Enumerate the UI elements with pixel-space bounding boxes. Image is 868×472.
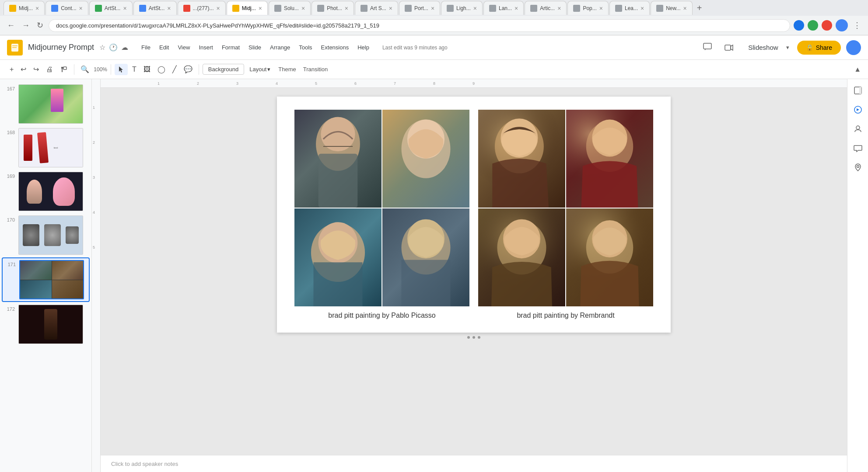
tab-close-8[interactable]: × (345, 5, 348, 12)
tab-close-5[interactable]: × (217, 5, 220, 12)
tab-4[interactable]: ArtSt... × (133, 1, 177, 15)
menu-edit[interactable]: Edit (155, 42, 173, 53)
forward-button[interactable]: → (20, 19, 32, 32)
tab-2[interactable]: Cont... × (46, 1, 88, 15)
url-input[interactable] (49, 19, 790, 32)
zoom-out-button[interactable]: 🔍 (78, 63, 92, 75)
select-tool[interactable] (115, 64, 128, 75)
line-tool[interactable]: ╱ (170, 63, 179, 75)
text-tool[interactable]: T (130, 64, 139, 75)
cloud-icon[interactable]: ☁ (121, 43, 128, 52)
user-avatar[interactable] (846, 40, 861, 55)
tab-close-9[interactable]: × (389, 5, 392, 12)
menu-help[interactable]: Help (353, 42, 374, 53)
menu-extensions[interactable]: Extensions (317, 42, 354, 53)
horizontal-ruler: 1 2 3 4 5 6 7 8 9 (101, 79, 847, 88)
tab-close-11[interactable]: × (473, 5, 477, 12)
tab-5[interactable]: ...(277)... × (178, 1, 226, 15)
image-tool[interactable]: 🖼 (141, 64, 153, 75)
formatting-button[interactable] (850, 102, 866, 118)
tab-1[interactable]: Midj... × (4, 1, 45, 15)
tab-16[interactable]: New... × (651, 1, 693, 15)
history-icon[interactable]: 🕐 (109, 43, 118, 52)
undo-button[interactable]: ↩ (18, 63, 29, 75)
star-icon[interactable]: ☆ (99, 43, 105, 52)
tab-close-4[interactable]: × (167, 5, 171, 12)
tab-close-14[interactable]: × (599, 5, 603, 12)
address-bar: ← → ↻ ⋮ (0, 16, 868, 35)
rembrandt-caption[interactable]: brad pitt painting by Rembrandt (517, 312, 614, 319)
people-button[interactable] (850, 121, 866, 137)
extension-icon-1[interactable] (794, 20, 804, 31)
speaker-notes[interactable]: Click to add speaker notes (101, 455, 847, 472)
add-button[interactable]: + (7, 64, 16, 75)
tab-3[interactable]: ArtSt... × (89, 1, 133, 15)
side-panel-button[interactable] (850, 83, 866, 98)
rembrandt-image-block[interactable]: brad pitt painting by Rembrandt (478, 110, 653, 319)
tab-8[interactable]: Phot... × (312, 1, 354, 15)
menu-insert[interactable]: Insert (194, 42, 217, 53)
extension-icon-2[interactable] (808, 20, 818, 31)
slideshow-dropdown-button[interactable]: ▾ (784, 41, 792, 54)
print-button[interactable]: 🖨 (43, 64, 56, 75)
slide-thumb-171[interactable]: 171 (2, 257, 90, 302)
tab-11[interactable]: Ligh... × (441, 1, 483, 15)
tab-12[interactable]: Lan... × (483, 1, 524, 15)
new-tab-button[interactable]: + (693, 3, 706, 13)
tab-6[interactable]: Midj... × (227, 1, 268, 15)
layout-button[interactable]: Layout ▾ (246, 64, 274, 74)
tab-close-1[interactable]: × (35, 5, 39, 12)
menu-tools[interactable]: Tools (294, 42, 316, 53)
slideshow-main-button[interactable]: Slideshow (743, 40, 783, 55)
profile-icon[interactable] (836, 19, 848, 31)
ruler-mark-1: 1 (93, 105, 95, 110)
rembrandt-cell-3 (478, 208, 565, 306)
comments-right-button[interactable] (850, 140, 866, 156)
tab-13[interactable]: Artic... × (525, 1, 567, 15)
tab-close-13[interactable]: × (557, 5, 561, 12)
tab-10[interactable]: Port... × (399, 1, 440, 15)
tab-close-16[interactable]: × (683, 5, 687, 12)
slide-thumb-172[interactable]: 172 (2, 303, 90, 346)
tab-7[interactable]: Solu... × (269, 1, 311, 15)
picasso-caption[interactable]: brad pitt painting by Pablo Picasso (328, 312, 435, 319)
tab-close-2[interactable]: × (79, 5, 83, 12)
tab-close-15[interactable]: × (640, 5, 644, 12)
shapes-tool[interactable]: ◯ (155, 63, 168, 75)
transition-button[interactable]: Transition (301, 64, 331, 74)
comment-button[interactable] (700, 39, 715, 56)
tab-close-6[interactable]: × (259, 5, 262, 12)
tab-15[interactable]: Lea... × (609, 1, 650, 15)
tab-9[interactable]: Art S... × (355, 1, 398, 15)
collapse-toolbar-button[interactable]: ▲ (854, 66, 861, 73)
tab-close-7[interactable]: × (301, 5, 305, 12)
menu-slide[interactable]: Slide (244, 42, 266, 53)
menu-arrange[interactable]: Arrange (266, 42, 294, 53)
back-button[interactable]: ← (5, 19, 17, 32)
tab-close-12[interactable]: × (514, 5, 518, 12)
picasso-image-block[interactable]: brad pitt painting by Pablo Picasso (294, 110, 469, 319)
slide-thumb-170[interactable]: 170 (2, 214, 90, 257)
slide-thumb-167[interactable]: 167 (2, 83, 90, 125)
share-button[interactable]: 🔒 Share (797, 41, 841, 55)
menu-format[interactable]: Format (217, 42, 244, 53)
tab-close-10[interactable]: × (431, 5, 434, 12)
slide-canvas[interactable]: brad pitt painting by Pablo Picasso (277, 97, 671, 333)
meet-button[interactable] (720, 41, 738, 55)
picasso-cell-2 (382, 110, 469, 208)
background-button[interactable]: Background (203, 64, 244, 75)
paint-format-button[interactable] (57, 64, 70, 75)
reload-button[interactable]: ↻ (35, 19, 45, 32)
slide-thumb-169[interactable]: 169 (2, 170, 90, 213)
tab-14[interactable]: Pop... × (567, 1, 609, 15)
redo-button[interactable]: ↪ (31, 63, 42, 75)
comment-tool[interactable]: 💬 (181, 63, 195, 75)
menu-view[interactable]: View (173, 42, 194, 53)
extension-icon-3[interactable] (822, 20, 832, 31)
more-button[interactable]: ⋮ (851, 19, 863, 32)
slide-thumb-168[interactable]: 168 text (2, 126, 90, 169)
location-button[interactable] (850, 160, 866, 175)
menu-file[interactable]: File (137, 42, 155, 53)
theme-button[interactable]: Theme (276, 64, 298, 74)
tab-close-3[interactable]: × (123, 5, 126, 12)
